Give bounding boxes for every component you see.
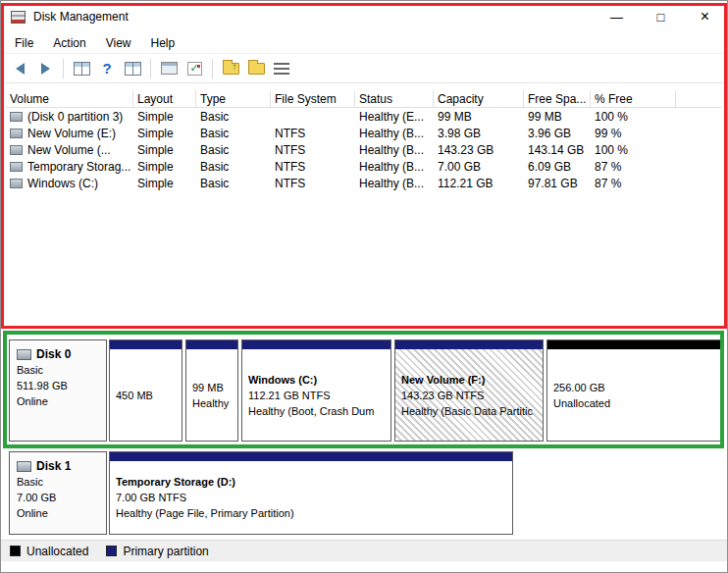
- partition-label: 256.00 GB: [553, 380, 714, 395]
- partition-label: New Volume (F:): [401, 372, 537, 388]
- partition-new-volume-f-[interactable]: New Volume (F:)143.23 GB NTFSHealthy (Ba…: [394, 339, 544, 442]
- close-button[interactable]: ×: [683, 1, 727, 32]
- disk0-panel[interactable]: Disk 0 Basic 511.98 GB Online: [9, 339, 107, 442]
- table-row[interactable]: New Volume (E:)SimpleBasicNTFSHealthy (B…: [6, 125, 722, 141]
- show-console-tree-icon[interactable]: [70, 57, 93, 80]
- unallocated-swatch: [10, 546, 21, 556]
- cell-volume: Windows (C:): [6, 175, 133, 191]
- cell-capacity: 112.21 GB: [434, 175, 524, 191]
- cell-free: 3.96 GB: [524, 125, 591, 141]
- folder-icon[interactable]: [244, 57, 268, 80]
- partition-label: Healthy (Basic Data Partitic: [401, 403, 537, 419]
- table-body: (Disk 0 partition 3)SimpleBasicHealthy (…: [6, 108, 722, 191]
- cell-volume: Temporary Storag...: [6, 158, 133, 175]
- partition-label: Unallocated: [553, 395, 714, 411]
- cell-status: Healthy (E...: [355, 108, 434, 125]
- disk-icon: [17, 461, 31, 472]
- maximize-button[interactable]: □: [639, 1, 683, 32]
- cell-pct: 87 %: [591, 175, 676, 191]
- column-header-capacity[interactable]: Capacity: [434, 90, 524, 107]
- partition-type-stripe: [110, 452, 512, 461]
- action-checklist-icon[interactable]: [182, 57, 206, 80]
- cell-filler: [676, 108, 722, 125]
- disk1-panel[interactable]: Disk 1 Basic 7.00 GB Online: [9, 451, 107, 535]
- forward-icon[interactable]: [33, 57, 57, 80]
- menu-action[interactable]: Action: [43, 32, 95, 53]
- column-header-layout[interactable]: Layout: [133, 90, 196, 107]
- primary-partition-swatch: [106, 546, 117, 556]
- cell-type: Basic: [196, 158, 271, 175]
- column-header-volume[interactable]: Volume: [6, 90, 133, 107]
- partition-450-mb[interactable]: 450 MB: [109, 339, 182, 442]
- partition-label: 450 MB: [116, 388, 176, 403]
- cell-free: 143.14 GB: [524, 141, 591, 158]
- cell-type: Basic: [196, 125, 271, 141]
- cell-filler: [676, 125, 722, 141]
- cell-filler: [676, 141, 722, 158]
- disk1-row: Disk 1 Basic 7.00 GB Online Temporary St…: [9, 451, 722, 535]
- menu-view[interactable]: View: [96, 32, 141, 53]
- disk0-name-line: Disk 0: [17, 346, 99, 362]
- cell-layout: Simple: [133, 175, 196, 191]
- disk-icon: [17, 349, 31, 360]
- column-header-file-system[interactable]: File System: [271, 90, 355, 107]
- console-window-icon[interactable]: [157, 57, 181, 80]
- cell-volume: New Volume (...: [6, 141, 133, 158]
- partition-temporary-storage-d-[interactable]: Temporary Storage (D:)7.00 GB NTFSHealth…: [109, 451, 513, 535]
- view-details-icon[interactable]: [270, 57, 293, 80]
- help-icon[interactable]: ?: [95, 57, 119, 80]
- cell-fs: NTFS: [271, 125, 355, 141]
- cell-capacity: 99 MB: [434, 108, 524, 125]
- disk-name: Disk 0: [36, 346, 71, 362]
- partition-type-stripe: [242, 340, 390, 349]
- partition-256-00-gb[interactable]: 256.00 GBUnallocated: [546, 339, 721, 442]
- toolbar-separator: [212, 59, 213, 78]
- menu-file[interactable]: File: [5, 32, 43, 53]
- cell-pct: 99 %: [591, 125, 676, 141]
- minimize-button[interactable]: —: [595, 1, 639, 32]
- column-header-free-space[interactable]: Free Spa...: [524, 90, 591, 107]
- disk-size: 7.00 GB: [17, 490, 99, 505]
- table-row[interactable]: (Disk 0 partition 3)SimpleBasicHealthy (…: [6, 108, 722, 125]
- column-header-pct-free[interactable]: % Free: [591, 90, 676, 107]
- cell-pct: 100 %: [591, 141, 676, 158]
- disk1-name-line: Disk 1: [17, 458, 99, 474]
- partition-windows-c-[interactable]: Windows (C:)112.21 GB NTFSHealthy (Boot,…: [241, 339, 391, 442]
- back-icon[interactable]: [8, 57, 31, 80]
- legend-label-unallocated: Unallocated: [26, 545, 88, 558]
- volume-icon: [10, 112, 23, 122]
- cell-capacity: 3.98 GB: [434, 125, 524, 141]
- disk-management-window: Disk Management — □ × File Action View H…: [0, 0, 728, 573]
- disk-size: 511.98 GB: [17, 378, 99, 393]
- disk0-row: Disk 0 Basic 511.98 GB Online 450 MB99 M…: [9, 339, 722, 442]
- cell-layout: Simple: [133, 125, 196, 141]
- cell-volume: New Volume (E:): [6, 125, 133, 141]
- cell-type: Basic: [196, 108, 271, 125]
- toolbar-separator: [63, 59, 64, 78]
- volume-icon: [10, 162, 23, 172]
- volume-list-header: Volume Layout Type File System Status Ca…: [6, 90, 722, 108]
- partition-type-stripe: [186, 340, 237, 349]
- partition-type-stripe: [110, 340, 182, 349]
- menu-help[interactable]: Help: [141, 32, 185, 53]
- partition-label: Temporary Storage (D:): [116, 474, 506, 490]
- column-header-status[interactable]: Status: [355, 90, 434, 107]
- partition-99-mb[interactable]: 99 MBHealthy: [185, 339, 238, 442]
- cell-status: Healthy (B...: [355, 141, 434, 158]
- legend-label-primary-partition: Primary partition: [123, 545, 208, 558]
- toolbar-separator: [150, 59, 151, 78]
- export-list-icon[interactable]: [121, 57, 144, 80]
- table-row[interactable]: New Volume (...SimpleBasicNTFSHealthy (B…: [6, 141, 722, 158]
- partition-label: Healthy (Boot, Crash Dum: [248, 403, 385, 419]
- table-row[interactable]: Windows (C:)SimpleBasicNTFSHealthy (B...…: [6, 175, 722, 191]
- cell-status: Healthy (B...: [355, 158, 434, 175]
- menubar: File Action View Help: [1, 32, 727, 54]
- column-header-type[interactable]: Type: [196, 90, 271, 107]
- refresh-folder-icon[interactable]: [219, 57, 242, 80]
- cell-type: Basic: [196, 141, 271, 158]
- disk-type: Basic: [17, 362, 99, 378]
- table-row[interactable]: Temporary Storag...SimpleBasicNTFSHealth…: [6, 158, 722, 175]
- window-controls: — □ ×: [595, 1, 727, 32]
- partition-type-stripe: [395, 340, 543, 349]
- partition-label: 112.21 GB NTFS: [248, 388, 385, 403]
